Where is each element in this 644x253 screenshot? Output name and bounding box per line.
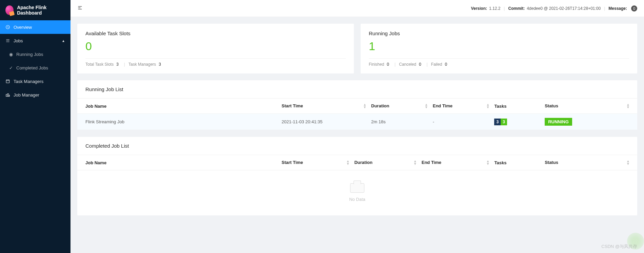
- table-header-row: Job Name Start Time▲▼ Duration▲▼ End Tim…: [77, 155, 637, 170]
- sort-icon: ▲▼: [486, 103, 489, 109]
- nav-completed-jobs-label: Completed Jobs: [16, 65, 48, 70]
- sort-icon: ▲▼: [363, 103, 366, 109]
- canceled-label: Canceled: [399, 62, 416, 67]
- col-status[interactable]: Status▲▼: [542, 155, 637, 170]
- table-header-row: Job Name Start Time▲▼ Duration▲▼ End Tim…: [77, 99, 637, 114]
- nav-jobs[interactable]: Jobs ▲: [0, 34, 71, 47]
- col-tasks[interactable]: Tasks: [491, 155, 542, 170]
- message-label: Message:: [608, 6, 627, 11]
- running-jobs-table: Job Name Start Time▲▼ Duration▲▼ End Tim…: [77, 98, 637, 130]
- commit-value: 4dedee0 @ 2021-02-26T17:14:28+01:00: [527, 6, 601, 11]
- nav-task-managers-label: Task Managers: [14, 79, 43, 84]
- failed-label: Failed: [431, 62, 442, 67]
- cell-end-time: -: [430, 114, 492, 130]
- commit-label: Commit:: [508, 6, 525, 11]
- check-circle-icon: ✓: [9, 65, 13, 70]
- nav-task-managers[interactable]: Task Managers: [0, 75, 71, 88]
- cell-status: RUNNING: [542, 114, 637, 130]
- card-title: Available Task Slots: [85, 30, 346, 36]
- task-managers-value: 3: [159, 62, 161, 67]
- cell-start-time: 2021-11-03 20:41:35: [279, 114, 368, 130]
- jobs-substats: Finished 0 | Canceled 0 | Failed 0: [369, 62, 629, 67]
- col-status[interactable]: Status▲▼: [542, 99, 637, 114]
- available-slots-value: 0: [85, 40, 346, 53]
- bars-icon: [5, 38, 10, 43]
- panel-title: Running Job List: [77, 80, 637, 98]
- divider: |: [395, 62, 396, 67]
- col-job-name[interactable]: Job Name: [77, 99, 279, 114]
- sort-icon: ▲▼: [425, 103, 427, 109]
- nav-completed-jobs[interactable]: ✓ Completed Jobs: [0, 61, 71, 75]
- panel-title: Completed Job List: [77, 137, 637, 155]
- task-badge-total: 3: [494, 119, 501, 125]
- nav-job-manager[interactable]: Job Manager: [0, 88, 71, 102]
- nav-running-jobs-label: Running Jobs: [16, 52, 43, 57]
- task-badges: 3 3: [494, 119, 507, 125]
- nav-overview-label: Overview: [14, 25, 32, 30]
- topbar: Version: 1.12.2 | Commit: 4dedee0 @ 2021…: [71, 0, 644, 17]
- sort-icon: ▲▼: [486, 160, 489, 165]
- divider: |: [124, 62, 125, 67]
- divider: |: [504, 6, 505, 11]
- divider: |: [604, 6, 605, 11]
- main: Version: 1.12.2 | Commit: 4dedee0 @ 2021…: [71, 0, 644, 253]
- menu-fold-icon[interactable]: [77, 5, 83, 12]
- col-end-time[interactable]: End Time▲▼: [419, 155, 492, 170]
- svg-rect-3: [7, 94, 8, 97]
- message-count-badge[interactable]: 0: [631, 5, 637, 12]
- sort-icon: ▲▼: [626, 160, 629, 165]
- failed-value: 0: [445, 62, 447, 67]
- empty-state: No Data: [77, 170, 637, 215]
- nav-running-jobs[interactable]: ◉ Running Jobs: [0, 47, 71, 61]
- nav-jobs-label: Jobs: [14, 38, 23, 43]
- table-row[interactable]: Flink Streaming Job 2021-11-03 20:41:35 …: [77, 114, 637, 130]
- version-value: 1.12.2: [489, 6, 500, 11]
- svg-rect-1: [6, 80, 9, 83]
- empty-icon: [349, 181, 366, 193]
- schedule-icon: [5, 79, 10, 84]
- col-start-time[interactable]: Start Time▲▼: [279, 99, 368, 114]
- completed-jobs-table: Job Name Start Time▲▼ Duration▲▼ End Tim…: [77, 155, 637, 170]
- task-managers-label: Task Managers: [128, 62, 156, 67]
- status-badge: RUNNING: [545, 118, 572, 126]
- running-jobs-card: Running Jobs 1 Finished 0 | Canceled 0 |…: [361, 24, 637, 73]
- cell-tasks: 3 3: [491, 114, 542, 130]
- total-slots-label: Total Task Slots: [85, 62, 114, 67]
- col-end-time[interactable]: End Time▲▼: [430, 99, 492, 114]
- content: Available Task Slots 0 Total Task Slots …: [71, 17, 644, 253]
- divider: |: [427, 62, 428, 67]
- build-icon: [5, 92, 10, 97]
- available-slots-card: Available Task Slots 0 Total Task Slots …: [77, 24, 354, 73]
- col-tasks[interactable]: Tasks: [491, 99, 542, 114]
- topbar-info: Version: 1.12.2 | Commit: 4dedee0 @ 2021…: [471, 5, 637, 12]
- cell-job-name: Flink Streaming Job: [77, 114, 279, 130]
- sort-icon: ▲▼: [346, 160, 349, 165]
- col-duration[interactable]: Duration▲▼: [351, 155, 419, 170]
- col-job-name[interactable]: Job Name: [77, 155, 279, 170]
- task-badge-running: 3: [501, 119, 507, 125]
- flink-logo-icon: [5, 5, 14, 15]
- running-job-list-panel: Running Job List Job Name Start Time▲▼ D…: [77, 80, 637, 130]
- summary-cards: Available Task Slots 0 Total Task Slots …: [77, 24, 637, 73]
- total-slots-value: 3: [116, 62, 119, 67]
- svg-rect-2: [6, 94, 7, 97]
- logo-row[interactable]: Apache Flink Dashboard: [0, 0, 71, 20]
- divider: [369, 58, 629, 59]
- col-start-time[interactable]: Start Time▲▼: [279, 155, 352, 170]
- sort-icon: ▲▼: [414, 160, 416, 165]
- sort-icon: ▲▼: [626, 103, 629, 109]
- nav-overview[interactable]: Overview: [0, 20, 71, 34]
- finished-value: 0: [387, 62, 389, 67]
- cell-duration: 2m 18s: [368, 114, 430, 130]
- divider: [85, 58, 346, 59]
- col-duration[interactable]: Duration▲▼: [368, 99, 430, 114]
- canceled-value: 0: [419, 62, 421, 67]
- dashboard-icon: [5, 25, 10, 29]
- sidebar: Apache Flink Dashboard Overview Jobs ▲ ◉…: [0, 0, 71, 253]
- nav-job-manager-label: Job Manager: [14, 92, 39, 98]
- empty-text: No Data: [77, 197, 637, 202]
- app-title: Apache Flink Dashboard: [17, 5, 65, 16]
- completed-job-list-panel: Completed Job List Job Name Start Time▲▼…: [77, 137, 637, 215]
- finished-label: Finished: [369, 62, 384, 67]
- slots-substats: Total Task Slots 3 | Task Managers 3: [85, 62, 346, 67]
